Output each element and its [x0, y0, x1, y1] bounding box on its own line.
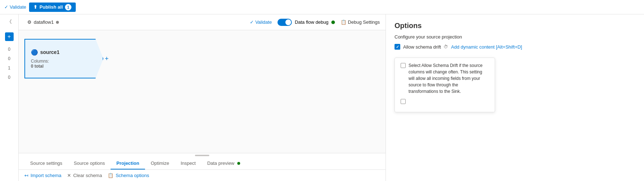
- source-node-box[interactable]: 🔵 source1 Columns: 0 total: [24, 39, 103, 78]
- main-area: 《 + 0 0 1 0 ⚙ dataflow1 ✓ Validate: [0, 14, 644, 181]
- canvas-content: 🔵 source1 Columns: 0 total +: [19, 30, 386, 153]
- publish-icon: ⬆: [33, 4, 37, 10]
- clear-schema-label: Clear schema: [73, 173, 102, 178]
- tab-inspect[interactable]: Inspect: [175, 158, 201, 169]
- left-sidebar: 《 + 0 0 1 0: [0, 14, 19, 181]
- clear-schema-button[interactable]: ✕ Clear schema: [67, 173, 102, 178]
- dataflow-icon: ⚙: [27, 19, 32, 25]
- source-settings-label: Source settings: [30, 160, 62, 166]
- data-preview-dot: [237, 162, 240, 165]
- top-toolbar: ✓ Validate ⬆ Publish all 1: [0, 0, 644, 14]
- dynamic-content-link[interactable]: Add dynamic content [Alt+Shift+D]: [451, 44, 522, 50]
- add-node-sidebar-button[interactable]: +: [5, 32, 14, 41]
- projection-label: Projection: [116, 160, 139, 166]
- tab-source-settings[interactable]: Source settings: [24, 158, 68, 169]
- optimize-label: Optimize: [151, 160, 169, 166]
- sidebar-num-1: 0: [8, 47, 10, 52]
- schema-drift-label: Allow schema drift: [403, 44, 441, 50]
- sidebar-numbers: 0 0 1 0: [8, 47, 10, 80]
- bottom-panel: Source settings Source options Projectio…: [19, 153, 386, 181]
- validate-action[interactable]: ✓ Validate: [250, 19, 272, 25]
- columns-value: 0 total: [31, 64, 43, 69]
- debug-toggle-switch[interactable]: [277, 19, 292, 26]
- tab-dot: [56, 21, 59, 24]
- sidebar-num-2: 0: [8, 56, 10, 61]
- import-schema-icon: ↤: [24, 173, 28, 178]
- popover-row-1: Select Allow Schema Drift if the source …: [401, 62, 489, 95]
- validate-top-label: Validate: [10, 4, 26, 10]
- flow-canvas: 🔵 source1 Columns: 0 total +: [24, 36, 380, 147]
- node-columns: Columns: 0 total: [31, 59, 97, 69]
- inspect-label: Inspect: [181, 160, 196, 166]
- debug-settings-label: Debug Settings: [348, 19, 380, 25]
- tab-optimize[interactable]: Optimize: [145, 158, 175, 169]
- bottom-actions: ↤ Import schema ✕ Clear schema 📋 Schema …: [19, 170, 386, 181]
- import-schema-label: Import schema: [31, 173, 61, 178]
- schema-drift-popover: Select Allow Schema Drift if the source …: [395, 58, 495, 112]
- node-title: 🔵 source1: [31, 49, 97, 56]
- publish-all-label: Publish all: [39, 4, 63, 10]
- settings-icon: 📋: [341, 19, 346, 25]
- add-after-node-button[interactable]: +: [105, 55, 109, 63]
- columns-label: Columns:: [31, 59, 49, 64]
- bottom-tabs: Source settings Source options Projectio…: [19, 158, 386, 170]
- tab-projection[interactable]: Projection: [111, 158, 145, 169]
- tab-data-preview[interactable]: Data preview: [201, 158, 246, 169]
- validate-top-button[interactable]: ✓ Validate: [4, 4, 26, 10]
- debug-toggle-group: Data flow debug: [277, 19, 335, 26]
- debug-label: Data flow debug: [295, 19, 328, 25]
- schema-options-button[interactable]: 📋 Schema options: [108, 173, 149, 178]
- dataflow-name: dataflow1: [34, 19, 54, 25]
- schema-drift-checkbox[interactable]: [395, 44, 400, 50]
- canvas-area: ⚙ dataflow1 ✓ Validate Data flow debug 📋…: [19, 14, 386, 181]
- options-panel: Options Configure your source projection…: [386, 14, 644, 181]
- import-schema-button[interactable]: ↤ Import schema: [24, 173, 61, 178]
- schema-options-icon: 📋: [108, 173, 113, 178]
- sidebar-collapse-button[interactable]: 《: [5, 17, 13, 27]
- schema-options-label: Schema options: [116, 173, 149, 178]
- sidebar-num-4: 0: [8, 75, 10, 80]
- debug-settings-button[interactable]: 📋 Debug Settings: [341, 19, 380, 25]
- canvas-toolbar-actions: ✓ Validate Data flow debug 📋 Debug Setti…: [250, 19, 380, 26]
- canvas-toolbar: ⚙ dataflow1 ✓ Validate Data flow debug 📋…: [19, 14, 386, 30]
- validate-action-label: Validate: [255, 19, 272, 25]
- node-source-icon: 🔵: [31, 49, 38, 56]
- publish-badge: 1: [65, 4, 71, 10]
- popover-checkbox-2[interactable]: [401, 99, 406, 104]
- schema-drift-row: Allow schema drift ⏱ Add dynamic content…: [395, 44, 635, 50]
- validate-check-icon: ✓: [250, 19, 254, 25]
- data-preview-label: Data preview: [207, 160, 234, 166]
- popover-row-2: [401, 98, 489, 104]
- tab-source-options[interactable]: Source options: [68, 158, 111, 169]
- divider-bar: [195, 155, 209, 156]
- publish-all-button[interactable]: ⬆ Publish all 1: [29, 3, 76, 12]
- clear-schema-icon: ✕: [67, 173, 71, 178]
- options-subtitle: Configure your source projection: [395, 34, 635, 40]
- popover-text: Select Allow Schema Drift if the source …: [409, 62, 489, 95]
- checkmark-icon: ✓: [4, 4, 8, 10]
- node-name: source1: [40, 49, 60, 55]
- options-title: Options: [395, 22, 635, 30]
- dynamic-content-icon: ⏱: [444, 44, 448, 49]
- debug-status-dot: [331, 21, 335, 24]
- source-node: 🔵 source1 Columns: 0 total +: [24, 39, 109, 78]
- sidebar-num-3: 1: [8, 65, 10, 71]
- bottom-panel-divider[interactable]: [19, 153, 386, 158]
- dataflow-tab[interactable]: ⚙ dataflow1: [24, 19, 62, 25]
- source-options-label: Source options: [74, 160, 105, 166]
- popover-checkbox-1[interactable]: [401, 63, 406, 68]
